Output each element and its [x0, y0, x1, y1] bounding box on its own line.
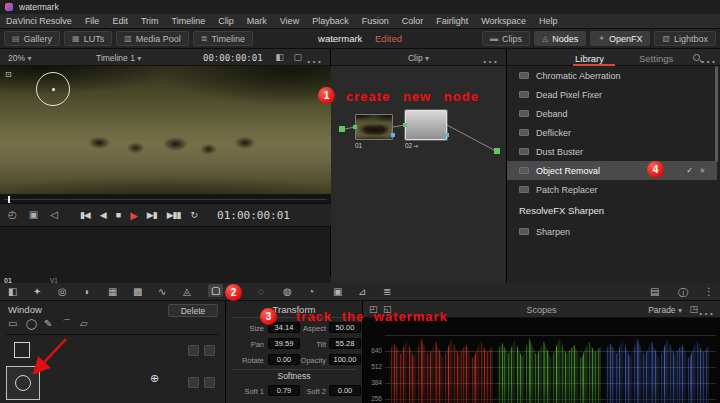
color-wheels-tool-icon[interactable]: ◎	[58, 286, 67, 297]
gallery-button[interactable]: ▤Gallery	[4, 31, 60, 46]
openfx-button[interactable]: ✦OpenFX	[590, 31, 650, 46]
menu-item[interactable]: Fusion	[362, 16, 389, 26]
go-to-last-frame-button[interactable]: ▶▮▮	[167, 210, 181, 220]
corrector-node-01[interactable]	[355, 114, 393, 140]
scopes-toggle-icon[interactable]: ▤	[650, 286, 659, 297]
viewer-zoom-dropdown[interactable]: 20%	[8, 53, 31, 63]
step-back-button[interactable]: ◀	[100, 210, 106, 220]
menu-item[interactable]: View	[280, 16, 299, 26]
stop-button[interactable]: ■	[116, 210, 120, 220]
effect-item-object-removal[interactable]: Object Removal ✓ ★	[507, 161, 717, 180]
timeline-icon: ≣	[201, 34, 208, 43]
camera-raw-tool-icon[interactable]: ◧	[8, 286, 17, 297]
motion-effects-tool-icon[interactable]: ▩	[133, 286, 142, 297]
hdr-tool-icon[interactable]: ◑	[83, 286, 89, 297]
menu-item[interactable]: Edit	[112, 16, 128, 26]
node-02-label: 02 ▪▾	[405, 142, 418, 149]
corrector-node-02[interactable]	[405, 110, 447, 140]
expand-scope-icon[interactable]: ◳	[689, 305, 698, 314]
menu-item[interactable]: Playback	[312, 16, 349, 26]
playhead[interactable]	[8, 196, 10, 203]
media-pool-icon: ▥	[124, 34, 132, 43]
node-view-dropdown[interactable]: Clip	[408, 53, 429, 63]
soft1-label: Soft 1	[226, 387, 264, 396]
menu-item[interactable]: Color	[402, 16, 424, 26]
luts-icon: ▦	[72, 34, 80, 43]
menu-item[interactable]: Workspace	[481, 16, 526, 26]
tab-library[interactable]: Library	[575, 53, 604, 64]
scope-scale-label: 384	[363, 379, 382, 386]
viewer-panel: 20% Timeline 1 00:00:00:01 ◧ ▢ ⊡ ◴ ▣ ◁ ▮…	[0, 49, 331, 283]
info-icon[interactable]: ⓘ	[678, 286, 688, 300]
effect-item[interactable]: Deflicker	[507, 123, 717, 142]
power-window-circle[interactable]	[36, 72, 70, 106]
annotation-step-4: 4	[647, 161, 664, 178]
clips-button[interactable]: ▬Clips	[482, 31, 530, 46]
effect-item[interactable]: Chromatic Aberration	[507, 66, 717, 85]
davinci-resolve-window: watermark DaVinci Resolve File Edit Trim…	[0, 0, 720, 403]
tab-settings[interactable]: Settings	[639, 53, 673, 64]
sizing-tool-icon[interactable]: ▣	[333, 286, 342, 297]
tilt-label: Tilt	[298, 340, 326, 349]
menu-item[interactable]: Mark	[247, 16, 267, 26]
annotation-text-1: create new node	[346, 89, 479, 104]
chevron-down-icon	[425, 53, 429, 63]
mute-icon[interactable]: ◁	[50, 210, 58, 220]
menu-item[interactable]: Timeline	[172, 16, 206, 26]
effects-tool-icon[interactable]: ≣	[383, 286, 391, 297]
timeline-button[interactable]: ≣Timeline	[193, 31, 253, 46]
nodes-icon: ◬	[542, 34, 548, 43]
effect-item[interactable]: Dust Buster	[507, 142, 717, 161]
menu-item[interactable]: Fairlight	[436, 16, 468, 26]
grab-still-icon[interactable]: ▣	[29, 210, 38, 220]
window-tool-icon[interactable]: ▢	[208, 284, 223, 297]
node-ofx-badge-icon: ▪▾	[414, 143, 418, 149]
step-forward-button[interactable]: ▶▮	[147, 210, 157, 220]
overlay-mode-icon[interactable]: ⊡	[5, 70, 12, 79]
effect-item[interactable]: Dead Pixel Fixer	[507, 85, 717, 104]
key-tool-icon[interactable]: ◔	[308, 286, 314, 297]
menu-item[interactable]: File	[85, 16, 100, 26]
curves-tool-icon[interactable]: ∿	[158, 286, 166, 297]
media-pool-button[interactable]: ▥Media Pool	[116, 31, 189, 46]
more-tools-icon[interactable]: ⋮	[704, 286, 714, 297]
stereo-tool-icon[interactable]: ⊿	[358, 286, 366, 297]
color-match-tool-icon[interactable]: ✦	[33, 286, 41, 297]
search-icon[interactable]	[693, 54, 700, 61]
magic-mask-tool-icon[interactable]: ◌	[258, 286, 264, 297]
menu-item[interactable]: DaVinci Resolve	[6, 16, 72, 26]
go-to-first-frame-button[interactable]: ▮◀	[80, 210, 90, 220]
rgb-mixer-tool-icon[interactable]: ▦	[108, 286, 117, 297]
clips-icon: ▬	[490, 34, 498, 43]
effect-item[interactable]: Deband	[507, 104, 717, 123]
window-title: watermark	[19, 2, 59, 12]
favorite-star-icon[interactable]: ★	[699, 166, 706, 175]
size-label: Size	[226, 324, 264, 333]
pan-field[interactable]: 39.59	[268, 338, 300, 349]
library-scrollbar[interactable]	[715, 66, 718, 162]
timeline-mode-icon[interactable]: ◴	[8, 210, 17, 220]
scope-mode-dropdown[interactable]: Parade	[648, 305, 682, 315]
blur-tool-icon[interactable]: ◍	[283, 286, 292, 297]
nodes-button[interactable]: ◬Nodes	[534, 31, 586, 46]
annotation-text-3: track the watermark	[296, 309, 448, 324]
menu-item[interactable]: Clip	[218, 16, 234, 26]
viewer-scrubbar[interactable]	[0, 194, 331, 204]
expand-viewer-icon[interactable]: ▢	[293, 53, 302, 62]
effect-item[interactable]: Patch Replacer	[507, 180, 717, 199]
tilt-field[interactable]: 55.28	[329, 338, 361, 349]
color-warper-tool-icon[interactable]: ◬	[183, 286, 191, 297]
menu-item[interactable]: Trim	[141, 16, 159, 26]
opacity-field[interactable]: 100.00	[329, 354, 361, 365]
soft2-field[interactable]: 0.00	[329, 385, 361, 396]
play-button[interactable]: ▶	[130, 210, 137, 221]
menu-item[interactable]: Help	[539, 16, 558, 26]
effect-item[interactable]: Sharpen	[507, 222, 717, 241]
soft1-field[interactable]: 0.79	[268, 385, 300, 396]
lightbox-button[interactable]: ▧Lightbox	[654, 31, 716, 46]
loop-button[interactable]: ↻	[191, 210, 198, 220]
timeline-selector[interactable]: Timeline 1	[96, 53, 141, 63]
luts-button[interactable]: ▦LUTs	[64, 31, 112, 46]
rotate-field[interactable]: 0.00	[268, 354, 300, 365]
wipe-icon[interactable]: ◧	[275, 53, 284, 62]
